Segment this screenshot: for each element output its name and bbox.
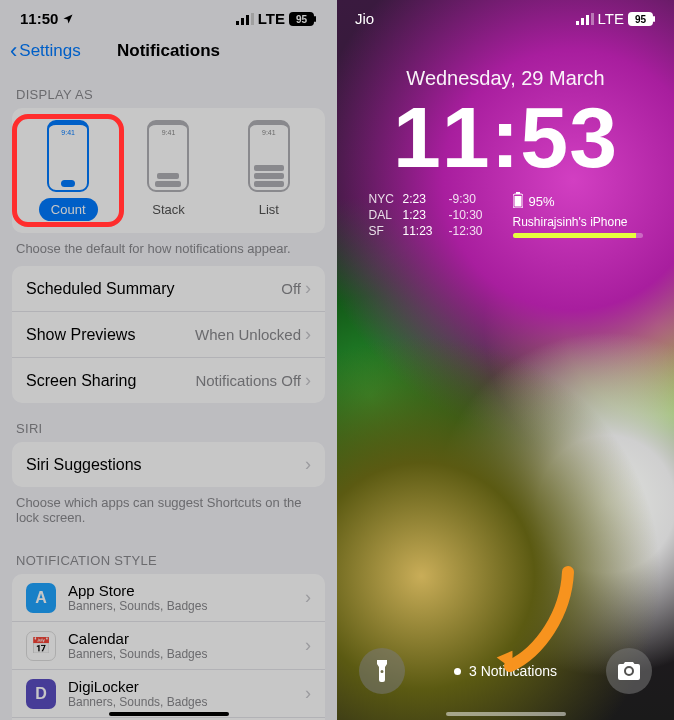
- settings-row-show-previews[interactable]: Show Previews When Unlocked ›: [12, 312, 325, 358]
- svg-rect-10: [591, 13, 594, 25]
- notification-count-label: 3 Notifications: [469, 663, 557, 679]
- back-label: Settings: [19, 41, 80, 61]
- siri-hint: Choose which apps can suggest Shortcuts …: [0, 487, 337, 535]
- home-indicator[interactable]: [109, 712, 229, 716]
- svg-rect-7: [576, 21, 579, 25]
- mini-time: 9:41: [61, 129, 75, 136]
- app-text: DigiLocker Banners, Sounds, Badges: [68, 678, 305, 709]
- app-sub: Banners, Sounds, Badges: [68, 599, 305, 613]
- section-header-style: NOTIFICATION STYLE: [0, 535, 337, 574]
- flashlight-icon: [373, 660, 391, 682]
- world-clock-widget[interactable]: NYC2:23-9:30DAL1:23-10:30SF11:23-12:30: [369, 192, 493, 238]
- svg-rect-16: [514, 196, 521, 207]
- chevron-right-icon: ›: [305, 683, 311, 704]
- nav-bar: ‹ Settings Notifications: [0, 33, 337, 69]
- svg-rect-9: [586, 15, 589, 25]
- display-option-count[interactable]: 9:41Count: [18, 120, 118, 221]
- battery-device-name: Rushirajsinh's iPhone: [513, 215, 628, 229]
- notification-style-list: A App Store Banners, Sounds, Badges ›📅 C…: [12, 574, 325, 720]
- clock-city: SF: [369, 224, 397, 238]
- svg-rect-5: [314, 16, 316, 22]
- battery-icon: 95: [628, 12, 656, 26]
- clock-offset: -12:30: [449, 224, 493, 238]
- signal-bars-icon: [236, 13, 254, 25]
- chevron-right-icon: ›: [305, 454, 311, 475]
- app-name: App Store: [68, 582, 305, 599]
- app-row-app-store[interactable]: A App Store Banners, Sounds, Badges ›: [12, 574, 325, 622]
- status-bar-left: 11:50 LTE 95: [0, 0, 337, 33]
- settings-rows: Scheduled Summary Off ›Show Previews Whe…: [12, 266, 325, 403]
- row-label: Show Previews: [26, 326, 135, 344]
- app-text: App Store Banners, Sounds, Badges: [68, 582, 305, 613]
- app-row-digilocker[interactable]: D DigiLocker Banners, Sounds, Badges ›: [12, 670, 325, 718]
- clock-offset: -10:30: [449, 208, 493, 222]
- mini-phone-preview: 9:41: [47, 120, 89, 192]
- lock-screen: Jio LTE 95 Wednesday, 29 March 11:53 NYC…: [337, 0, 674, 720]
- clock-city: NYC: [369, 192, 397, 206]
- signal-label: LTE: [598, 10, 624, 27]
- chevron-right-icon: ›: [305, 278, 311, 299]
- settings-row-scheduled-summary[interactable]: Scheduled Summary Off ›: [12, 266, 325, 312]
- display-option-label: Count: [39, 198, 98, 221]
- clock-time: 2:23: [403, 192, 443, 206]
- row-label: Screen Sharing: [26, 372, 136, 390]
- battery-pct: 95%: [529, 194, 555, 209]
- app-text: Calendar Banners, Sounds, Badges: [68, 630, 305, 661]
- battery-widget[interactable]: 95% Rushirajsinh's iPhone: [513, 192, 643, 238]
- display-option-label: Stack: [140, 198, 197, 221]
- app-icon: 📅: [26, 631, 56, 661]
- settings-screen: 11:50 LTE 95 ‹ Settings Notifications DI…: [0, 0, 337, 720]
- display-as-options: 9:41Count9:41Stack9:41List: [12, 108, 325, 233]
- row-value: When Unlocked: [195, 326, 301, 343]
- lock-time: 11:53: [337, 94, 674, 180]
- app-name: Calendar: [68, 630, 305, 647]
- notification-count-summary[interactable]: 3 Notifications: [454, 663, 557, 679]
- row-label: Scheduled Summary: [26, 280, 175, 298]
- display-option-label: List: [247, 198, 291, 221]
- svg-rect-8: [581, 18, 584, 25]
- svg-text:95: 95: [635, 13, 647, 24]
- back-button[interactable]: ‹ Settings: [10, 40, 81, 62]
- display-option-stack[interactable]: 9:41Stack: [118, 120, 218, 221]
- battery-icon: 95: [289, 12, 317, 26]
- mini-phone-preview: 9:41: [147, 120, 189, 192]
- lock-widgets: NYC2:23-9:30DAL1:23-10:30SF11:23-12:30 9…: [337, 192, 674, 238]
- notification-dot-icon: [454, 668, 461, 675]
- chevron-right-icon: ›: [305, 587, 311, 608]
- status-time: 11:50: [20, 10, 58, 27]
- mini-time: 9:41: [162, 129, 176, 136]
- battery-bar-fill: [513, 233, 637, 238]
- svg-rect-12: [653, 16, 655, 22]
- flashlight-button[interactable]: [359, 648, 405, 694]
- svg-rect-1: [241, 18, 244, 25]
- display-option-list[interactable]: 9:41List: [219, 120, 319, 221]
- siri-suggestions-row[interactable]: Siri Suggestions ›: [12, 442, 325, 487]
- chevron-left-icon: ‹: [10, 40, 17, 62]
- clock-city: DAL: [369, 208, 397, 222]
- row-value: Off: [281, 280, 301, 297]
- clock-offset: -9:30: [449, 192, 493, 206]
- clock-time: 11:23: [403, 224, 443, 238]
- app-row-calendar[interactable]: 📅 Calendar Banners, Sounds, Badges ›: [12, 622, 325, 670]
- chevron-right-icon: ›: [305, 635, 311, 656]
- carrier-label: Jio: [355, 10, 374, 27]
- section-header-siri: SIRI: [0, 403, 337, 442]
- app-name: DigiLocker: [68, 678, 305, 695]
- mini-time: 9:41: [262, 129, 276, 136]
- section-header-display: DISPLAY AS: [0, 69, 337, 108]
- app-sub: Banners, Sounds, Badges: [68, 647, 305, 661]
- signal-label: LTE: [258, 10, 285, 27]
- app-icon: A: [26, 583, 56, 613]
- battery-mini-icon: [513, 192, 523, 211]
- camera-icon: [618, 662, 640, 680]
- settings-row-screen-sharing[interactable]: Screen Sharing Notifications Off ›: [12, 358, 325, 403]
- siri-card: Siri Suggestions ›: [12, 442, 325, 487]
- battery-bar: [513, 233, 643, 238]
- home-indicator[interactable]: [446, 712, 566, 716]
- clock-time: 1:23: [403, 208, 443, 222]
- app-sub: Banners, Sounds, Badges: [68, 695, 305, 709]
- chevron-right-icon: ›: [305, 370, 311, 391]
- location-arrow-icon: [62, 13, 74, 25]
- lock-bottom-row: 3 Notifications: [337, 648, 674, 694]
- camera-button[interactable]: [606, 648, 652, 694]
